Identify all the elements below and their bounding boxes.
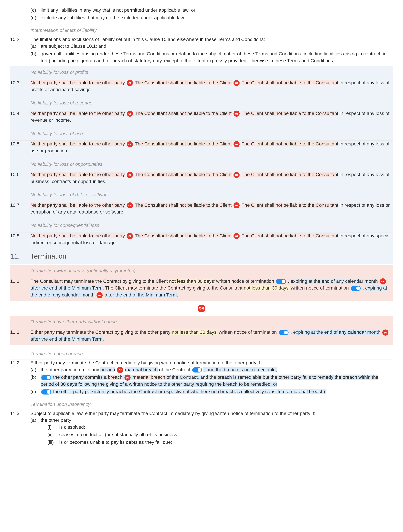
or-icon[interactable]: or [233,80,239,86]
clause-10-2: 10.2 The limitations and exclusions of l… [10,36,393,65]
liability-option-2[interactable]: The Consultant shall not be liable to th… [135,111,232,116]
clause-number: 10.3 [10,79,31,93]
or-icon[interactable]: or [96,292,103,298]
or-icon[interactable]: or [125,374,131,381]
liability-option-2[interactable]: The Consultant shall not be liable to th… [135,233,232,238]
clause-number: 10.6 [10,171,31,185]
marker: (b) [31,374,41,387]
expiry-option-minimum-term-2[interactable]: after the end of the Minimum Term [105,292,177,298]
or-icon[interactable]: or [127,80,133,86]
liability-option-3[interactable]: The Client shall not be liable to the Co… [242,141,338,146]
text: limit any liabilities in any way that is… [41,7,195,14]
sub-c: (c) limit any liabilities in any way tha… [31,7,393,14]
or-icon[interactable]: or [233,233,239,239]
or-icon[interactable]: or [127,233,133,239]
or-icon[interactable]: or [127,172,133,178]
liability-option-2[interactable]: The Consultant shall not be liable to th… [135,141,232,146]
sub-a: (a) the other party commits any breach o… [31,366,393,373]
notice-period[interactable]: not less than 30 days' [172,329,217,335]
marker: (a) [31,366,41,373]
marker: (i) [47,424,59,431]
toggle-switch[interactable] [192,367,202,373]
notice-period-2[interactable]: not less than 30 days' [244,285,290,291]
breach-option-2[interactable]: material breach [125,367,158,372]
clause-body: Neither party shall be liable to the oth… [31,202,393,215]
liability-option-1[interactable]: Neither party shall be liable to the oth… [31,111,125,116]
text: , [361,285,365,291]
toggle-switch[interactable] [279,330,289,335]
or-icon[interactable]: or [380,278,386,285]
or-icon[interactable]: or [127,141,133,147]
marker: (b) [31,51,41,64]
or-icon[interactable]: or [233,202,239,209]
liability-option-3[interactable]: The Client shall not be liable to the Co… [242,233,338,238]
text: , [287,279,290,284]
liability-option-2[interactable]: The Consultant shall not be liable to th… [135,80,232,85]
or-icon[interactable]: or [233,141,239,147]
clause-number: 10.8 [10,233,31,246]
clause-body: Neither party shall be liable to the oth… [31,79,393,93]
text: The Consultant may terminate the Contrac… [31,279,169,284]
liability-option-1[interactable]: Neither party shall be liable to the oth… [31,141,125,146]
or-separator-icon[interactable]: OR [198,305,205,312]
clause-10-4: 10.4 Neither party shall be liable to th… [10,110,393,124]
liability-option-3[interactable]: The Client shall not be liable to the Co… [242,172,338,177]
clause-number: 11.1 [10,329,31,342]
expiry-option-minimum-term-1[interactable]: after the end of the Minimum Term [31,285,103,291]
liability-option-1[interactable]: Neither party shall be liable to the oth… [31,80,125,85]
expiry-option-calendar-month[interactable]: expiring at the end of any calendar mont… [293,329,380,335]
text: . [103,336,104,342]
clause-number: 11.2 [10,360,31,396]
liability-option-3[interactable]: The Client shall not be liable to the Co… [242,80,338,85]
breach-option-2[interactable]: material breach [132,374,165,380]
expiry-option-minimum-term[interactable]: after the end of the Minimum Term [31,336,103,342]
text: the other party commits any [41,367,101,372]
text: the other party commits any breach or ma… [41,366,277,373]
termination-asymmetric-block: Termination without cause (optionally as… [10,265,393,301]
text: of the Contract [158,367,191,372]
or-icon[interactable]: or [127,202,133,209]
clause-10-8: 10.8 Neither party shall be liable to th… [10,233,393,246]
liability-option-1[interactable]: Neither party shall be liable to the oth… [31,172,125,177]
liability-option-2[interactable]: The Consultant shall not be liable to th… [135,203,232,208]
sub-i: (i) is dissolved; [47,424,178,431]
optional-clause-wrap[interactable]: the other party persistently breaches th… [41,389,327,394]
clause-body: Neither party shall be liable to the oth… [31,140,393,154]
toggle-switch[interactable] [41,389,51,394]
sub-b: (b) the other party commits a breach or … [31,374,393,387]
breach-option-1[interactable]: breach [108,374,122,380]
liability-option-3[interactable]: The Client shall not be liable to the Co… [242,111,338,116]
liability-option-1[interactable]: Neither party shall be liable to the oth… [31,233,125,238]
subhead-termination-either: Termination by either party without caus… [31,318,393,325]
clause-intro: Subject to applicable law, either party … [31,410,393,417]
or-icon[interactable]: or [233,172,239,178]
section-11-head-block: 11. Termination [10,249,393,264]
clause-number: 11.1 [10,278,31,298]
notice-period-1[interactable]: not less than 30 days' [169,279,215,284]
toggle-switch[interactable] [351,286,361,291]
liability-option-1[interactable]: Neither party shall be liable to the oth… [31,203,125,208]
clause-10-6: 10.6 Neither party shall be liable to th… [10,171,393,185]
optional-clause-wrap[interactable]: the other party commits a breach or mate… [41,374,378,387]
breach-option-1[interactable]: breach [101,367,115,372]
toggle-switch[interactable] [41,375,51,380]
remediable-tail[interactable]: , and the breach is not remediable; [203,367,277,372]
liability-option-2[interactable]: The Consultant shall not be liable to th… [135,172,232,177]
marker: (d) [31,14,41,21]
or-icon[interactable]: or [233,111,239,117]
or-icon[interactable]: or [382,329,388,336]
text: ceases to conduct all (or substantially … [59,431,178,438]
subhead-termination-breach: Termination upon breach [10,350,393,357]
subhead-use: No liability for loss of use [31,130,393,137]
sub-ii: (ii) ceases to conduct all (or substanti… [47,431,178,438]
clause-body: Neither party shall be liable to the oth… [31,110,393,124]
expiry-option-calendar-month-1[interactable]: expiring at the end of any calendar mont… [290,279,378,284]
liability-option-3[interactable]: The Client shall not be liable to the Co… [242,203,338,208]
subhead-profits: No liability for loss of profits [31,69,393,76]
or-icon[interactable]: or [117,367,123,373]
text: exclude any liabilities that may not be … [41,14,185,21]
clause-10-7: 10.7 Neither party shall be liable to th… [10,202,393,215]
toggle-switch[interactable] [276,279,286,284]
liability-options-block: No liability for loss of profits 10.3 Ne… [10,66,393,249]
or-icon[interactable]: or [127,111,133,117]
